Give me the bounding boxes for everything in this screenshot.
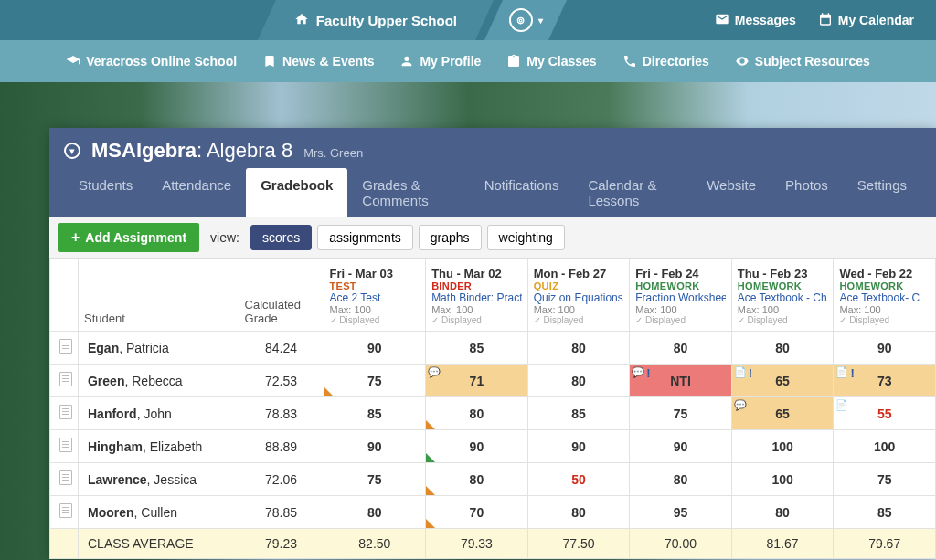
score-cell[interactable]: 80 bbox=[426, 463, 528, 496]
header-calculated[interactable]: Calculated Grade bbox=[239, 259, 324, 332]
nav-resources[interactable]: Subject Resources bbox=[735, 54, 870, 69]
score-value: 90 bbox=[367, 341, 382, 355]
assignment-header[interactable]: Mon - Feb 27QUIZQuiz on EquationsMax: 10… bbox=[527, 259, 630, 332]
score-cell[interactable]: 90 bbox=[324, 430, 426, 463]
score-cell[interactable]: 📄!73 bbox=[834, 365, 936, 397]
score-cell[interactable]: 95 bbox=[630, 496, 732, 529]
view-scores[interactable]: scores bbox=[250, 225, 312, 250]
score-cell[interactable]: 100 bbox=[731, 430, 834, 463]
tab-calendar-lessons[interactable]: Calendar & Lessons bbox=[573, 168, 692, 217]
student-name-cell[interactable]: Mooren, Cullen bbox=[78, 496, 239, 529]
view-graphs[interactable]: graphs bbox=[419, 225, 482, 250]
score-cell[interactable]: 80 bbox=[630, 332, 732, 365]
avg-score-cell: 77.50 bbox=[527, 529, 630, 559]
student-doc-icon[interactable] bbox=[50, 496, 79, 529]
score-cell[interactable]: 85 bbox=[834, 496, 936, 529]
nav-profile[interactable]: My Profile bbox=[399, 54, 481, 69]
assignment-displayed: Displayed bbox=[635, 315, 726, 325]
comment-icon[interactable]: 💬 bbox=[734, 399, 747, 411]
score-cell[interactable]: 90 bbox=[630, 430, 732, 463]
document-icon[interactable]: 📄 bbox=[734, 366, 747, 378]
score-cell[interactable]: 📄!65 bbox=[731, 365, 834, 397]
assignment-header[interactable]: Fri - Mar 03TESTAce 2 TestMax: 100Displa… bbox=[324, 259, 426, 332]
score-cell[interactable]: 90 bbox=[527, 430, 630, 463]
score-cell[interactable]: 85 bbox=[324, 397, 426, 430]
score-cell[interactable]: 85 bbox=[426, 332, 528, 365]
tab-settings[interactable]: Settings bbox=[843, 168, 921, 217]
gradebook-toolbar: + Add Assignment view: scoresassignments… bbox=[49, 217, 936, 259]
collapse-icon[interactable]: ▾ bbox=[64, 143, 80, 159]
student-name-cell[interactable]: Green, Rebecca bbox=[78, 365, 239, 397]
tab-grades-comments[interactable]: Grades & Comments bbox=[347, 168, 469, 217]
document-icon[interactable]: 📄 bbox=[835, 399, 848, 411]
plus-icon: + bbox=[71, 229, 80, 246]
student-doc-icon[interactable] bbox=[50, 397, 79, 430]
score-cell[interactable]: 80 bbox=[731, 332, 834, 365]
score-cell[interactable]: 75 bbox=[324, 365, 426, 397]
student-name-cell[interactable]: Egan, Patricia bbox=[78, 332, 239, 365]
score-cell[interactable]: 80 bbox=[630, 463, 732, 496]
assignment-type: TEST bbox=[330, 280, 420, 291]
student-doc-icon[interactable] bbox=[50, 430, 79, 463]
score-cell[interactable]: 💬71 bbox=[426, 365, 528, 397]
student-name-cell[interactable]: Hingham, Elizabeth bbox=[78, 430, 239, 463]
assignment-header[interactable]: Fri - Feb 24HOMEWORKFraction WorksheeMax… bbox=[630, 259, 732, 332]
comment-icon[interactable]: 💬 bbox=[428, 366, 441, 378]
score-cell[interactable]: 90 bbox=[426, 430, 528, 463]
score-cell[interactable]: 75 bbox=[630, 397, 732, 430]
faculty-selector[interactable]: Faculty Upper School bbox=[258, 0, 494, 40]
score-cell[interactable]: 90 bbox=[324, 332, 426, 365]
avg-score-cell: 81.67 bbox=[731, 529, 834, 559]
score-cell[interactable]: 80 bbox=[527, 332, 630, 365]
score-cell[interactable]: 75 bbox=[834, 463, 936, 496]
student-name-cell[interactable]: Hanford, John bbox=[78, 397, 239, 430]
person-icon bbox=[399, 54, 414, 69]
assignment-header[interactable]: Wed - Feb 22HOMEWORKAce Textbook- CMax: … bbox=[834, 259, 936, 332]
score-cell[interactable]: 💬65 bbox=[731, 397, 834, 430]
nav-classes[interactable]: My Classes bbox=[506, 54, 596, 69]
messages-link[interactable]: Messages bbox=[715, 12, 796, 29]
score-cell[interactable]: 75 bbox=[324, 463, 426, 496]
score-cell[interactable]: 50 bbox=[527, 463, 630, 496]
score-cell[interactable]: 💬!NTI bbox=[630, 365, 732, 397]
assignment-header[interactable]: Thu - Mar 02BINDERMath Binder: PractMax:… bbox=[426, 259, 528, 332]
score-cell[interactable]: 80 bbox=[527, 496, 630, 529]
header-student[interactable]: Student bbox=[78, 259, 239, 332]
add-assignment-button[interactable]: + Add Assignment bbox=[58, 223, 199, 252]
tab-attendance[interactable]: Attendance bbox=[147, 168, 246, 217]
tab-gradebook[interactable]: Gradebook bbox=[246, 168, 347, 217]
document-icon[interactable]: 📄 bbox=[835, 366, 848, 378]
score-value: 80 bbox=[367, 505, 382, 520]
score-cell[interactable]: 80 bbox=[426, 397, 528, 430]
student-name-cell[interactable]: Lawrence, Jessica bbox=[78, 463, 239, 496]
my-calendar-link[interactable]: My Calendar bbox=[818, 12, 914, 29]
score-cell[interactable]: 100 bbox=[834, 430, 936, 463]
main-nav: Veracross Online School News & Events My… bbox=[0, 40, 936, 82]
tab-photos[interactable]: Photos bbox=[771, 168, 843, 217]
tab-notifications[interactable]: Notifications bbox=[470, 168, 574, 217]
student-doc-icon[interactable] bbox=[50, 332, 79, 365]
student-doc-icon[interactable] bbox=[50, 463, 79, 496]
assignment-header[interactable]: Thu - Feb 23HOMEWORKAce Textbook - ChaMa… bbox=[731, 259, 834, 332]
nav-news[interactable]: News & Events bbox=[262, 54, 374, 69]
view-weighting[interactable]: weighting bbox=[487, 225, 565, 250]
assignment-date: Mon - Feb 27 bbox=[534, 267, 624, 280]
score-cell[interactable]: 70 bbox=[426, 496, 528, 529]
nav-school[interactable]: Veracross Online School bbox=[66, 54, 237, 69]
comment-icon[interactable]: 💬 bbox=[632, 366, 644, 378]
avg-score-cell: 82.50 bbox=[324, 529, 426, 559]
score-cell[interactable]: 📄55 bbox=[834, 397, 936, 430]
tab-website[interactable]: Website bbox=[692, 168, 771, 217]
view-assignments[interactable]: assignments bbox=[317, 225, 413, 250]
score-cell[interactable]: 80 bbox=[731, 496, 834, 529]
score-cell[interactable]: 85 bbox=[527, 397, 630, 430]
assignment-name: Fraction Workshee bbox=[635, 291, 726, 304]
score-cell[interactable]: 100 bbox=[731, 463, 834, 496]
student-doc-icon[interactable] bbox=[50, 365, 79, 397]
tab-students[interactable]: Students bbox=[64, 168, 147, 217]
nav-directories[interactable]: Directories bbox=[622, 54, 709, 69]
school-logo-dropdown[interactable]: ⊚ ▾ bbox=[484, 0, 567, 40]
score-cell[interactable]: 80 bbox=[324, 496, 426, 529]
score-cell[interactable]: 80 bbox=[527, 365, 630, 397]
score-cell[interactable]: 90 bbox=[834, 332, 936, 365]
